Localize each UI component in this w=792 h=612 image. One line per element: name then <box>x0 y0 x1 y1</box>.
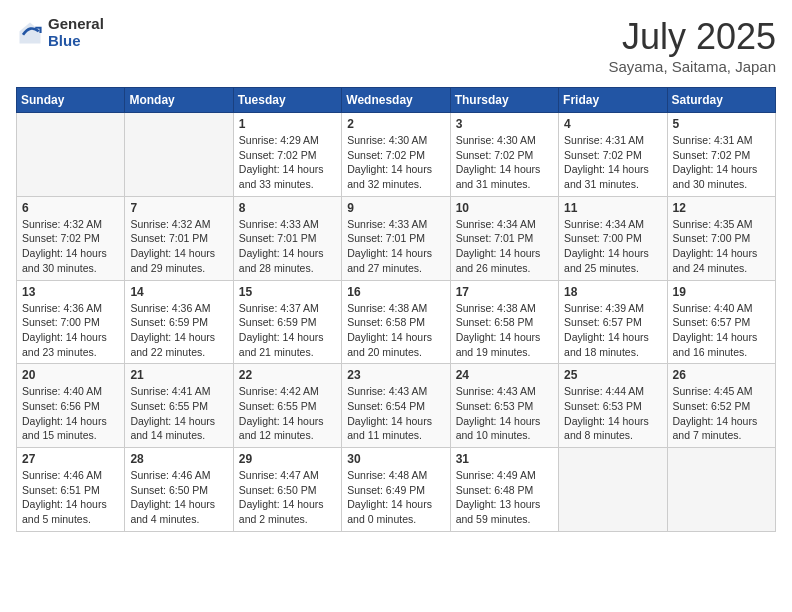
day-number: 16 <box>347 285 444 299</box>
day-number: 21 <box>130 368 227 382</box>
day-info: Sunrise: 4:48 AMSunset: 6:49 PMDaylight:… <box>347 468 444 527</box>
calendar-cell: 17Sunrise: 4:38 AMSunset: 6:58 PMDayligh… <box>450 280 558 364</box>
header-day-saturday: Saturday <box>667 88 775 113</box>
day-info: Sunrise: 4:36 AMSunset: 7:00 PMDaylight:… <box>22 301 119 360</box>
calendar-cell: 16Sunrise: 4:38 AMSunset: 6:58 PMDayligh… <box>342 280 450 364</box>
calendar-cell: 14Sunrise: 4:36 AMSunset: 6:59 PMDayligh… <box>125 280 233 364</box>
day-info: Sunrise: 4:49 AMSunset: 6:48 PMDaylight:… <box>456 468 553 527</box>
logo: General Blue <box>16 16 104 49</box>
calendar-cell: 21Sunrise: 4:41 AMSunset: 6:55 PMDayligh… <box>125 364 233 448</box>
day-info: Sunrise: 4:35 AMSunset: 7:00 PMDaylight:… <box>673 217 770 276</box>
day-info: Sunrise: 4:32 AMSunset: 7:02 PMDaylight:… <box>22 217 119 276</box>
day-info: Sunrise: 4:30 AMSunset: 7:02 PMDaylight:… <box>456 133 553 192</box>
day-number: 22 <box>239 368 336 382</box>
day-number: 29 <box>239 452 336 466</box>
calendar-cell: 23Sunrise: 4:43 AMSunset: 6:54 PMDayligh… <box>342 364 450 448</box>
calendar-header-row: SundayMondayTuesdayWednesdayThursdayFrid… <box>17 88 776 113</box>
calendar-cell: 26Sunrise: 4:45 AMSunset: 6:52 PMDayligh… <box>667 364 775 448</box>
day-info: Sunrise: 4:32 AMSunset: 7:01 PMDaylight:… <box>130 217 227 276</box>
calendar-cell: 7Sunrise: 4:32 AMSunset: 7:01 PMDaylight… <box>125 196 233 280</box>
day-number: 14 <box>130 285 227 299</box>
day-info: Sunrise: 4:34 AMSunset: 7:00 PMDaylight:… <box>564 217 661 276</box>
calendar-cell: 13Sunrise: 4:36 AMSunset: 7:00 PMDayligh… <box>17 280 125 364</box>
logo-general: General <box>48 16 104 33</box>
calendar-cell: 4Sunrise: 4:31 AMSunset: 7:02 PMDaylight… <box>559 113 667 197</box>
calendar-cell: 15Sunrise: 4:37 AMSunset: 6:59 PMDayligh… <box>233 280 341 364</box>
calendar-cell: 6Sunrise: 4:32 AMSunset: 7:02 PMDaylight… <box>17 196 125 280</box>
header-day-tuesday: Tuesday <box>233 88 341 113</box>
day-number: 10 <box>456 201 553 215</box>
day-number: 18 <box>564 285 661 299</box>
calendar-cell <box>559 448 667 532</box>
day-info: Sunrise: 4:46 AMSunset: 6:51 PMDaylight:… <box>22 468 119 527</box>
calendar-cell: 3Sunrise: 4:30 AMSunset: 7:02 PMDaylight… <box>450 113 558 197</box>
day-info: Sunrise: 4:31 AMSunset: 7:02 PMDaylight:… <box>673 133 770 192</box>
calendar-week-2: 6Sunrise: 4:32 AMSunset: 7:02 PMDaylight… <box>17 196 776 280</box>
calendar-cell: 8Sunrise: 4:33 AMSunset: 7:01 PMDaylight… <box>233 196 341 280</box>
day-info: Sunrise: 4:39 AMSunset: 6:57 PMDaylight:… <box>564 301 661 360</box>
day-number: 12 <box>673 201 770 215</box>
calendar-cell: 2Sunrise: 4:30 AMSunset: 7:02 PMDaylight… <box>342 113 450 197</box>
day-number: 31 <box>456 452 553 466</box>
calendar-cell <box>17 113 125 197</box>
day-number: 24 <box>456 368 553 382</box>
calendar-cell: 24Sunrise: 4:43 AMSunset: 6:53 PMDayligh… <box>450 364 558 448</box>
day-info: Sunrise: 4:43 AMSunset: 6:53 PMDaylight:… <box>456 384 553 443</box>
day-info: Sunrise: 4:40 AMSunset: 6:57 PMDaylight:… <box>673 301 770 360</box>
day-number: 26 <box>673 368 770 382</box>
page-header: General Blue July 2025 Sayama, Saitama, … <box>16 16 776 75</box>
calendar-cell: 25Sunrise: 4:44 AMSunset: 6:53 PMDayligh… <box>559 364 667 448</box>
day-number: 20 <box>22 368 119 382</box>
calendar-week-3: 13Sunrise: 4:36 AMSunset: 7:00 PMDayligh… <box>17 280 776 364</box>
day-number: 6 <box>22 201 119 215</box>
day-number: 28 <box>130 452 227 466</box>
calendar-cell: 1Sunrise: 4:29 AMSunset: 7:02 PMDaylight… <box>233 113 341 197</box>
title-block: July 2025 Sayama, Saitama, Japan <box>608 16 776 75</box>
calendar-cell: 31Sunrise: 4:49 AMSunset: 6:48 PMDayligh… <box>450 448 558 532</box>
calendar-cell: 29Sunrise: 4:47 AMSunset: 6:50 PMDayligh… <box>233 448 341 532</box>
day-info: Sunrise: 4:33 AMSunset: 7:01 PMDaylight:… <box>347 217 444 276</box>
calendar-cell <box>125 113 233 197</box>
day-number: 3 <box>456 117 553 131</box>
day-info: Sunrise: 4:42 AMSunset: 6:55 PMDaylight:… <box>239 384 336 443</box>
day-info: Sunrise: 4:45 AMSunset: 6:52 PMDaylight:… <box>673 384 770 443</box>
calendar-week-5: 27Sunrise: 4:46 AMSunset: 6:51 PMDayligh… <box>17 448 776 532</box>
day-info: Sunrise: 4:30 AMSunset: 7:02 PMDaylight:… <box>347 133 444 192</box>
calendar-cell <box>667 448 775 532</box>
day-info: Sunrise: 4:40 AMSunset: 6:56 PMDaylight:… <box>22 384 119 443</box>
day-info: Sunrise: 4:38 AMSunset: 6:58 PMDaylight:… <box>456 301 553 360</box>
day-number: 8 <box>239 201 336 215</box>
calendar-cell: 27Sunrise: 4:46 AMSunset: 6:51 PMDayligh… <box>17 448 125 532</box>
calendar-body: 1Sunrise: 4:29 AMSunset: 7:02 PMDaylight… <box>17 113 776 532</box>
day-number: 11 <box>564 201 661 215</box>
header-day-thursday: Thursday <box>450 88 558 113</box>
day-number: 25 <box>564 368 661 382</box>
logo-text: General Blue <box>48 16 104 49</box>
month-title: July 2025 <box>608 16 776 58</box>
calendar-cell: 12Sunrise: 4:35 AMSunset: 7:00 PMDayligh… <box>667 196 775 280</box>
day-number: 15 <box>239 285 336 299</box>
calendar-cell: 18Sunrise: 4:39 AMSunset: 6:57 PMDayligh… <box>559 280 667 364</box>
day-number: 2 <box>347 117 444 131</box>
header-day-monday: Monday <box>125 88 233 113</box>
header-day-wednesday: Wednesday <box>342 88 450 113</box>
day-number: 17 <box>456 285 553 299</box>
calendar-cell: 30Sunrise: 4:48 AMSunset: 6:49 PMDayligh… <box>342 448 450 532</box>
header-day-friday: Friday <box>559 88 667 113</box>
day-info: Sunrise: 4:41 AMSunset: 6:55 PMDaylight:… <box>130 384 227 443</box>
calendar-table: SundayMondayTuesdayWednesdayThursdayFrid… <box>16 87 776 532</box>
calendar-cell: 28Sunrise: 4:46 AMSunset: 6:50 PMDayligh… <box>125 448 233 532</box>
day-info: Sunrise: 4:37 AMSunset: 6:59 PMDaylight:… <box>239 301 336 360</box>
day-info: Sunrise: 4:43 AMSunset: 6:54 PMDaylight:… <box>347 384 444 443</box>
day-number: 4 <box>564 117 661 131</box>
day-info: Sunrise: 4:29 AMSunset: 7:02 PMDaylight:… <box>239 133 336 192</box>
day-number: 23 <box>347 368 444 382</box>
day-number: 7 <box>130 201 227 215</box>
day-number: 19 <box>673 285 770 299</box>
logo-icon <box>16 19 44 47</box>
calendar-cell: 19Sunrise: 4:40 AMSunset: 6:57 PMDayligh… <box>667 280 775 364</box>
day-number: 5 <box>673 117 770 131</box>
day-number: 9 <box>347 201 444 215</box>
day-info: Sunrise: 4:46 AMSunset: 6:50 PMDaylight:… <box>130 468 227 527</box>
day-number: 30 <box>347 452 444 466</box>
